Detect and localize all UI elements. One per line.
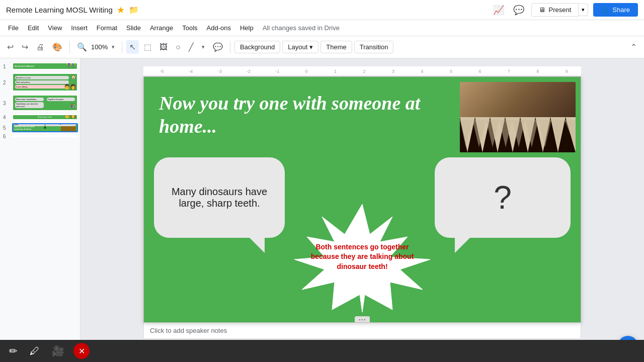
ruler-mark: -5 (147, 69, 176, 74)
app-title: Remote Learning MOSL Writing (6, 6, 113, 14)
menu-slide[interactable]: Slide (122, 22, 145, 34)
ruler-mark: 8 (523, 69, 552, 74)
print-button[interactable]: 🖨 (33, 41, 47, 54)
slide-title: Now you try one with someone at home... (159, 92, 426, 138)
slide-thumb-2[interactable]: A tooth is a rose Red and yellow roses t… (12, 73, 78, 92)
ruler-mark: 0 (292, 69, 320, 74)
ruler-mark: -3 (205, 69, 234, 74)
menu-tools[interactable]: Tools (178, 22, 201, 34)
close-bottom-button[interactable]: ✕ (73, 343, 90, 359)
sep-1 (69, 41, 70, 53)
share-person-icon: 👤 (601, 6, 609, 14)
menu-file[interactable]: File (4, 22, 23, 34)
titlebar: Remote Learning MOSL Writing ★ 📁 📈 💬 🖥 P… (0, 0, 644, 20)
speaker-notes[interactable]: Click to add speaker notes (143, 323, 581, 339)
menubar: File Edit View Insert Format Slide Arran… (0, 20, 644, 36)
slide-thumb-5[interactable]: Now you try one withsomeone at home... M… (12, 123, 78, 132)
ruler-mark: 5 (437, 69, 465, 74)
bottom-bar: ✏ 🖊 🎥 ✕ (0, 340, 644, 362)
menu-arrange[interactable]: Arrange (146, 22, 177, 34)
layout-arrow: ▾ (309, 43, 313, 51)
camera-button[interactable]: 🎥 (49, 342, 67, 360)
slide-thumb-wrapper-3: 3 Bikes have handlebars Handlebars are w… (12, 95, 78, 111)
comment-tool[interactable]: 💬 (210, 40, 226, 54)
ruler-mark: -4 (176, 69, 205, 74)
menu-edit[interactable]: Edit (24, 22, 43, 34)
dino-photo[interactable] (460, 82, 576, 152)
speaker-notes-placeholder: Click to add speaker notes (150, 327, 227, 334)
layout-label: Layout (288, 43, 307, 51)
menu-insert[interactable]: Insert (67, 22, 92, 34)
ruler-mark: 4 (408, 69, 436, 74)
line-tool[interactable]: ╱ (186, 40, 197, 54)
left-speech-bubble[interactable]: Many dinosaurs have large, sharp teeth. (154, 157, 285, 238)
slide-thumb-4[interactable]: 🚲 All bikes have similar 👨👩 (12, 114, 78, 120)
analytics-icon[interactable]: 📈 (491, 3, 506, 18)
present-dropdown-arrow[interactable]: ▾ (579, 4, 588, 16)
collapse-toolbar[interactable]: ⌃ (627, 40, 640, 54)
slide-thumb-wrapper-6: 6 (12, 135, 78, 137)
dino-photo-image (460, 82, 576, 152)
svg-marker-1 (460, 120, 576, 147)
line-arrow[interactable]: ▾ (199, 42, 208, 52)
ruler-mark: 3 (379, 69, 408, 74)
main-area: 1 We all look different! 👫 2 A tooth is … (0, 58, 644, 362)
canvas-area: -5 -4 -3 -2 -1 0 1 2 3 4 5 6 7 8 9 Now y… (80, 58, 644, 362)
redo-button[interactable]: ↪ (19, 40, 31, 54)
teeth-svg (460, 117, 576, 152)
theme-label: Theme (326, 43, 346, 51)
slide-num-6: 6 (3, 134, 6, 139)
slide-canvas[interactable]: Now you try one with someone at home... (143, 76, 581, 323)
left-bubble-text: Many dinosaurs have large, sharp teeth. (162, 186, 277, 209)
zoom-arrow[interactable]: ▾ (109, 42, 118, 52)
select-tool[interactable]: ↖ (126, 40, 139, 54)
menu-addons[interactable]: Add-ons (203, 22, 235, 34)
slide-thumb-wrapper-4: 4 🚲 All bikes have similar 👨👩 (12, 114, 78, 120)
transition-button[interactable]: Transition (354, 41, 394, 53)
folder-icon[interactable]: 📁 (129, 5, 139, 15)
layout-button[interactable]: Layout ▾ (282, 41, 318, 53)
slide-num-1: 1 (3, 63, 6, 69)
transition-label: Transition (360, 43, 388, 51)
slide-panel: 1 We all look different! 👫 2 A tooth is … (0, 58, 80, 362)
background-button[interactable]: Background (234, 41, 280, 53)
titlebar-left: Remote Learning MOSL Writing ★ 📁 (6, 5, 139, 16)
slide-thumb-wrapper-5: 5 Now you try one withsomeone at home...… (12, 123, 78, 132)
ruler-mark: 9 (552, 69, 581, 74)
menu-format[interactable]: Format (93, 22, 121, 34)
horizontal-ruler: -5 -4 -3 -2 -1 0 1 2 3 4 5 6 7 8 9 (143, 66, 581, 76)
shape-tool[interactable]: ○ (173, 41, 184, 54)
ruler-mark: 6 (465, 69, 494, 74)
pencil-button[interactable]: ✏ (6, 342, 21, 360)
present-button[interactable]: 🖥 Present (531, 3, 579, 17)
slide-num-4: 4 (3, 115, 6, 120)
theme-button[interactable]: Theme (320, 41, 352, 53)
ruler-mark: 2 (350, 69, 378, 74)
image-tool[interactable]: 🖼 (156, 41, 171, 54)
ruler-mark: 7 (495, 69, 523, 74)
starburst-text: Both sentences go together because they … (292, 232, 433, 282)
text-tool[interactable]: ⬚ (141, 40, 154, 54)
menu-view[interactable]: View (44, 22, 66, 34)
undo-button[interactable]: ↩ (4, 40, 17, 54)
comment-icon[interactable]: 💬 (511, 3, 526, 18)
slide-num-5: 5 (3, 125, 6, 131)
sep-3 (230, 41, 230, 53)
background-label: Background (240, 43, 275, 51)
starburst-container[interactable]: Both sentences go together because they … (292, 202, 433, 312)
menu-help[interactable]: Help (236, 22, 258, 34)
pen-button[interactable]: 🖊 (27, 342, 43, 360)
paint-format-button[interactable]: 🎨 (49, 40, 65, 54)
toolbar: ↩ ↪ 🖨 🎨 🔍 100% ▾ ↖ ⬚ 🖼 ○ ╱ ▾ 💬 Backgroun… (0, 36, 644, 58)
share-button[interactable]: 👤 Share (593, 3, 638, 17)
right-speech-bubble[interactable]: ? (435, 157, 571, 238)
right-bubble-text: ? (494, 179, 512, 216)
share-label: Share (612, 6, 630, 14)
slide-thumb-6[interactable] (12, 135, 78, 137)
zoom-button[interactable]: 🔍 (74, 40, 90, 54)
slide-num-2: 2 (3, 79, 6, 85)
star-icon[interactable]: ★ (117, 5, 125, 16)
slide-thumb-3[interactable]: Bikes have handlebars Handlebars are wha… (12, 95, 78, 111)
slide-thumb-1[interactable]: We all look different! 👫 (12, 62, 78, 70)
present-monitor-icon: 🖥 (539, 6, 545, 14)
